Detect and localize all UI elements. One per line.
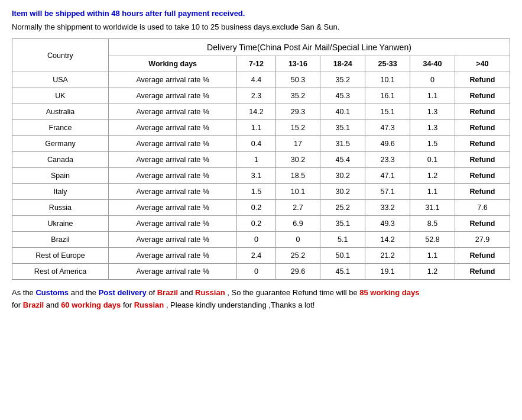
- col-header-gt40: >40: [455, 56, 510, 72]
- cell-v5: 52.8: [410, 232, 455, 248]
- table-row: Australia Average arrival rate % 14.2 29…: [12, 104, 510, 120]
- russian-label-1: Russian: [195, 288, 225, 297]
- cell-v5: 0: [410, 72, 455, 88]
- cell-v5: 0.1: [410, 152, 455, 168]
- cell-label: Average arrival rate %: [108, 232, 236, 248]
- cell-country: USA: [12, 72, 109, 88]
- cell-v3: 35.2: [320, 72, 365, 88]
- cell-country: Brazil: [12, 232, 109, 248]
- cell-v2: 0: [275, 232, 320, 248]
- cell-v2: 29.3: [275, 104, 320, 120]
- brazil-label-2: Brazil: [23, 301, 44, 309]
- cell-v3: 35.1: [320, 120, 365, 136]
- cell-label: Average arrival rate %: [108, 72, 236, 88]
- table-row: Ukraine Average arrival rate % 0.2 6.9 3…: [12, 216, 510, 232]
- cell-v1: 1: [237, 152, 275, 168]
- cell-v6: Refund: [455, 184, 510, 200]
- cell-label: Average arrival rate %: [108, 88, 236, 104]
- delivery-notice: Normally the shippment to worldwide is u…: [12, 22, 510, 31]
- cell-v4: 57.1: [365, 184, 410, 200]
- table-row: Russia Average arrival rate % 0.2 2.7 25…: [12, 200, 510, 216]
- col-header-7-12: 7-12: [237, 56, 275, 72]
- cell-v3: 30.2: [320, 184, 365, 200]
- cell-v4: 47.3: [365, 120, 410, 136]
- table-row: France Average arrival rate % 1.1 15.2 3…: [12, 120, 510, 136]
- cell-v4: 15.1: [365, 104, 410, 120]
- cell-label: Average arrival rate %: [108, 120, 236, 136]
- table-row: USA Average arrival rate % 4.4 50.3 35.2…: [12, 72, 510, 88]
- cell-v2: 10.1: [275, 184, 320, 200]
- table-row: Rest of Europe Average arrival rate % 2.…: [12, 248, 510, 264]
- cell-v1: 1.1: [237, 120, 275, 136]
- col-header-working-days: Working days: [108, 56, 236, 72]
- col-header-13-16: 13-16: [275, 56, 320, 72]
- cell-v5: 1.2: [410, 264, 455, 280]
- footer-text: As the Customs and the Post delivery of …: [12, 287, 510, 312]
- cell-v1: 4.4: [237, 72, 275, 88]
- cell-country: UK: [12, 88, 109, 104]
- cell-v6: Refund: [455, 136, 510, 152]
- cell-v5: 31.1: [410, 200, 455, 216]
- cell-country: Australia: [12, 104, 109, 120]
- russian-label-2: Russian: [134, 301, 164, 309]
- cell-v6: Refund: [455, 168, 510, 184]
- cell-v1: 0.2: [237, 200, 275, 216]
- cell-v2: 35.2: [275, 88, 320, 104]
- cell-label: Average arrival rate %: [108, 248, 236, 264]
- cell-v5: 1.1: [410, 248, 455, 264]
- cell-v4: 21.2: [365, 248, 410, 264]
- cell-v4: 10.1: [365, 72, 410, 88]
- cell-v4: 47.1: [365, 168, 410, 184]
- col-header-34-40: 34-40: [410, 56, 455, 72]
- cell-v5: 1.2: [410, 168, 455, 184]
- cell-v2: 2.7: [275, 200, 320, 216]
- cell-v4: 23.3: [365, 152, 410, 168]
- cell-v3: 45.4: [320, 152, 365, 168]
- cell-v4: 19.1: [365, 264, 410, 280]
- cell-country: Rest of Europe: [12, 248, 109, 264]
- cell-v2: 30.2: [275, 152, 320, 168]
- col-header-country: Country: [12, 39, 109, 72]
- cell-v3: 35.1: [320, 216, 365, 232]
- cell-v1: 1.5: [237, 184, 275, 200]
- col-header-18-24: 18-24: [320, 56, 365, 72]
- cell-v5: 1.1: [410, 88, 455, 104]
- cell-v2: 25.2: [275, 248, 320, 264]
- cell-country: Rest of America: [12, 264, 109, 280]
- cell-v1: 0: [237, 264, 275, 280]
- cell-v3: 50.1: [320, 248, 365, 264]
- brazil-label-1: Brazil: [157, 288, 178, 297]
- cell-v1: 2.3: [237, 88, 275, 104]
- table-row: Italy Average arrival rate % 1.5 10.1 30…: [12, 184, 510, 200]
- table-row: Canada Average arrival rate % 1 30.2 45.…: [12, 152, 510, 168]
- days-85-label: 85 working days: [359, 288, 419, 297]
- cell-country: Germany: [12, 136, 109, 152]
- cell-v3: 31.5: [320, 136, 365, 152]
- days-60-label: 60 working days: [61, 301, 121, 309]
- cell-v1: 0.4: [237, 136, 275, 152]
- cell-v5: 1.3: [410, 120, 455, 136]
- cell-v5: 8.5: [410, 216, 455, 232]
- cell-country: Russia: [12, 200, 109, 216]
- cell-v2: 17: [275, 136, 320, 152]
- cell-v1: 0: [237, 232, 275, 248]
- cell-country: Ukraine: [12, 216, 109, 232]
- cell-v6: Refund: [455, 248, 510, 264]
- cell-v6: Refund: [455, 264, 510, 280]
- cell-v6: 7.6: [455, 200, 510, 216]
- cell-v2: 29.6: [275, 264, 320, 280]
- delivery-table: Country Delivery Time(China Post Air Mai…: [12, 38, 510, 280]
- cell-v1: 0.2: [237, 216, 275, 232]
- cell-v6: 27.9: [455, 232, 510, 248]
- cell-v6: Refund: [455, 152, 510, 168]
- table-row: Brazil Average arrival rate % 0 0 5.1 14…: [12, 232, 510, 248]
- cell-v5: 1.3: [410, 104, 455, 120]
- cell-v4: 14.2: [365, 232, 410, 248]
- cell-v3: 5.1: [320, 232, 365, 248]
- cell-label: Average arrival rate %: [108, 216, 236, 232]
- cell-v4: 16.1: [365, 88, 410, 104]
- cell-country: Spain: [12, 168, 109, 184]
- cell-v4: 49.6: [365, 136, 410, 152]
- cell-v6: Refund: [455, 88, 510, 104]
- cell-v4: 33.2: [365, 200, 410, 216]
